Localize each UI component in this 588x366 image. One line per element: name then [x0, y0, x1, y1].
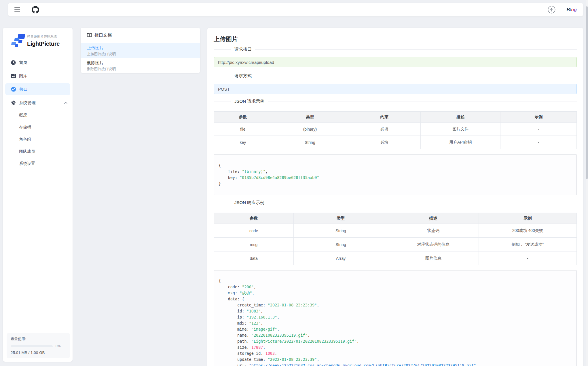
code-token: url:: [219, 363, 249, 366]
code-line: {: [219, 163, 572, 169]
page-scrollbar-thumb[interactable]: [586, 6, 588, 179]
code-token: ,: [277, 327, 279, 331]
column-header: 类型: [272, 112, 348, 123]
submenu-item-team[interactable]: 团队成员: [3, 146, 73, 158]
sidebar-item-api[interactable]: 接口: [5, 83, 70, 95]
sidebar-item-gallery[interactable]: 图库: [3, 69, 73, 82]
page: Blog 轻量级图片管理系统 LightPicture: [0, 0, 588, 366]
table-cell: String: [294, 238, 388, 251]
code-token: ,: [277, 315, 279, 319]
submenu-item-label: 团队成员: [19, 149, 35, 154]
github-icon[interactable]: [32, 6, 39, 14]
code-token: "2022-01-08 23:23:39": [268, 357, 317, 362]
code-token: "LightPicture/2022/01/202201082323395119…: [251, 339, 357, 344]
divider-label: JSON 请求示例: [231, 99, 268, 104]
response-params-table: 参数类型描述示例codeString状态码200成功 400失败msgStrin…: [214, 213, 577, 265]
doc-item-desc: 删除图片接口说明: [87, 67, 194, 72]
table-cell: -: [500, 136, 577, 149]
divider-label: 请求方式: [231, 73, 255, 79]
table-cell: code: [214, 224, 294, 238]
page-title: 上传图片: [214, 35, 577, 43]
code-line: update_time: "2022-01-08 23:23:39",: [219, 357, 572, 363]
doc-item-delete[interactable]: 删除图片 删除图片接口说明: [81, 58, 200, 73]
code-token: ,: [317, 303, 319, 307]
code-token: code:: [219, 285, 242, 289]
code-token: ,: [476, 363, 478, 366]
dashboard-icon: [11, 60, 16, 65]
divider-request-url: 请求接口: [214, 49, 577, 50]
divider-response-example: JSON 响应示例: [214, 203, 577, 203]
submenu-item-roles[interactable]: 角色组: [3, 134, 73, 146]
submenu-item-storage[interactable]: 存储桶: [3, 121, 73, 134]
code-line: path: "LightPicture/2022/01/202201082323…: [219, 338, 572, 344]
code-line: id: "1083",: [219, 308, 572, 314]
doc-item-upload[interactable]: 上传图片 上传图片接口说明: [81, 43, 200, 58]
sidebar-item-system[interactable]: 系统管理: [3, 96, 73, 109]
code-line: {: [219, 278, 572, 284]
capacity-label: 容量使用:: [11, 337, 66, 342]
code-line: md5: "123",: [219, 320, 572, 326]
table-cell: key: [214, 136, 272, 149]
doc-panel-title: 接口文档: [94, 33, 112, 38]
table-cell: 用户API密钥: [421, 136, 500, 149]
user-avatar[interactable]: Blog: [566, 7, 577, 12]
request-url-input[interactable]: http://pic.xyaxw.cn/api/upload: [214, 57, 577, 67]
code-token: ,: [254, 285, 256, 289]
column-header: 类型: [294, 213, 388, 224]
submenu-item-overview[interactable]: 概况: [3, 109, 73, 121]
page-scrollbar-track[interactable]: [586, 0, 588, 366]
table-row: msgString对应状态码的信息例如： “发送成功”: [214, 238, 577, 251]
code-token: ,: [317, 357, 319, 362]
code-token: update_time:: [219, 357, 268, 362]
request-url-value: http://pic.xyaxw.cn/api/upload: [218, 60, 274, 65]
column-header: 示例: [500, 112, 577, 123]
code-token: "123": [249, 321, 261, 325]
code-line: storage_id: 1003,: [219, 350, 572, 357]
brand-subtitle: 轻量级图片管理系统: [27, 35, 60, 39]
code-token: ,: [357, 339, 359, 344]
avatar-letter: B: [566, 7, 570, 12]
code-token: "0135b7d8cd98e4a8289be628ff35aab9": [240, 175, 319, 180]
table-cell: data: [214, 251, 294, 265]
code-token: "200": [242, 285, 254, 289]
code-line: ip: "192.168.1.3",: [219, 314, 572, 320]
sidebar-item-home[interactable]: 首页: [3, 56, 73, 69]
scroll-top-button[interactable]: [548, 6, 555, 14]
table-cell: 状态码: [388, 224, 479, 238]
submenu-item-settings[interactable]: 系统设置: [3, 158, 73, 170]
divider-label: JSON 响应示例: [231, 200, 268, 205]
menu-toggle-icon[interactable]: [14, 7, 20, 12]
code-token: mime:: [219, 327, 251, 331]
divider-request-method: 请求方式: [214, 76, 577, 76]
code-line: create_time: "2022-01-08 23:23:39",: [219, 302, 572, 308]
code-line: msg: "成功",: [219, 290, 572, 296]
request-params-table: 参数类型约束描述示例file(binary)必填图片文件-keyString必填…: [214, 111, 577, 149]
table-cell: Array: [294, 251, 388, 265]
response-url-link[interactable]: "https://geek-1252271632.cos.ap-chengdu.…: [249, 363, 476, 366]
gallery-icon: [11, 74, 16, 78]
table-cell: file: [214, 123, 272, 136]
table-cell: String: [294, 224, 388, 238]
column-header: 约束: [348, 112, 421, 123]
table-row: dataArray图片信息-: [214, 251, 577, 265]
api-doc-panel: 接口文档 上传图片 上传图片接口说明 删除图片 删除图片接口说明: [81, 28, 200, 73]
avatar-letter: g: [574, 7, 577, 12]
code-line: url: "https://geek-1252271632.cos.ap-che…: [219, 363, 572, 366]
code-token: storage_id:: [219, 351, 265, 356]
code-line: code: "200",: [219, 284, 572, 290]
sidebar: 轻量级图片管理系统 LightPicture 首页 图库: [3, 28, 73, 362]
request-method-input[interactable]: POST: [214, 84, 577, 94]
code-token: ,: [308, 333, 310, 338]
table-row: codeString状态码200成功 400失败: [214, 224, 577, 238]
code-line: }: [219, 181, 572, 187]
code-token: "2022-01-08 23:23:39": [268, 303, 317, 307]
table-cell: 图片信息: [388, 251, 479, 265]
code-token: data: {: [219, 297, 244, 301]
table-cell: String: [272, 136, 348, 149]
table-row: keyString必填用户API密钥-: [214, 136, 577, 149]
code-token: md5:: [219, 321, 249, 325]
code-token: "(binary)": [242, 169, 265, 174]
table-cell: 对应状态码的信息: [388, 238, 479, 251]
table-cell: (binary): [272, 123, 348, 136]
code-token: "1083": [247, 309, 261, 313]
